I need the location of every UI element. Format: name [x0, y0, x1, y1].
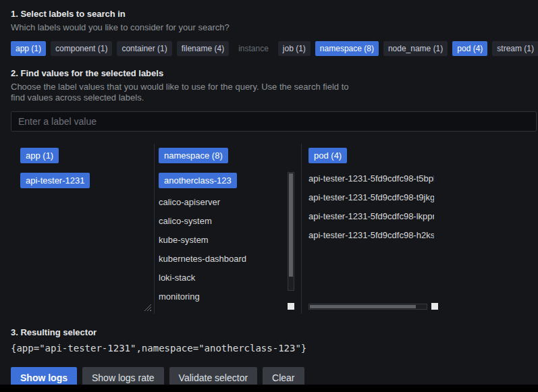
value-list-pod: api-tester-1231-5fd9cdfc98-t5bpl api-tes…: [308, 173, 439, 242]
label-chip-row: app (1) component (1) container (1) file…: [11, 41, 533, 56]
value-item[interactable]: api-tester-1231-5fd9cdfc98-t9jkg: [308, 192, 434, 204]
resize-grip-icon[interactable]: [144, 304, 151, 311]
step3-title: 3. Resulting selector: [11, 327, 538, 337]
label-chip-instance[interactable]: instance: [234, 41, 273, 56]
value-item[interactable]: api-tester-1231-5fd9cdfc98-lkppr: [308, 211, 434, 223]
step2-title: 2. Find values for the selected labels: [11, 68, 538, 78]
label-chip-namespace[interactable]: namespace (8): [315, 41, 379, 56]
value-item[interactable]: anotherclass-123: [159, 173, 301, 188]
step1-title: 1. Select labels to search in: [11, 9, 538, 19]
value-item[interactable]: kubernetes-dashboard: [159, 253, 301, 265]
label-chip-pod[interactable]: pod (4): [452, 41, 487, 56]
column-header-namespace[interactable]: namespace (8): [159, 148, 228, 163]
resize-handle[interactable]: [431, 303, 438, 310]
label-chip-node-name[interactable]: node_name (1): [383, 41, 448, 56]
value-columns: app (1) api-tester-1231 namespace (8) an…: [11, 144, 538, 314]
value-item[interactable]: calico-apiserver: [159, 196, 301, 208]
value-item[interactable]: loki-stack: [159, 272, 301, 284]
value-item[interactable]: monitoring: [159, 291, 301, 303]
step2-subtitle: Choose the label values that you would l…: [11, 82, 352, 103]
resize-handle[interactable]: [288, 303, 294, 310]
label-chip-component[interactable]: component (1): [51, 41, 112, 56]
value-item[interactable]: api-tester-1231-5fd9cdfc98-t5bpl: [308, 173, 434, 185]
column-header-app[interactable]: app (1): [20, 148, 59, 163]
value-item[interactable]: api-tester-1231: [20, 173, 154, 188]
scrollbar-thumb[interactable]: [289, 173, 293, 277]
value-item-label: api-tester-1231: [20, 173, 90, 188]
label-chip-stream[interactable]: stream (1): [492, 41, 538, 56]
values-column-app: app (1) api-tester-1231: [11, 144, 154, 314]
scrollbar-thumb[interactable]: [310, 305, 416, 308]
value-list-namespace: anotherclass-123 calico-apiserver calico…: [159, 173, 301, 303]
label-browser: 1. Select labels to search in Which labe…: [0, 0, 538, 388]
resulting-selector: {app="api-tester-1231",namespace="anothe…: [11, 343, 538, 354]
vertical-scrollbar[interactable]: [288, 172, 294, 291]
value-item-label: anotherclass-123: [159, 173, 237, 188]
column-header-pod[interactable]: pod (4): [308, 148, 347, 163]
label-chip-filename[interactable]: filename (4): [177, 41, 229, 56]
value-item[interactable]: api-tester-1231-5fd9cdfc98-h2ks: [308, 229, 434, 242]
value-list-app: api-tester-1231: [20, 173, 154, 188]
value-item[interactable]: kube-system: [159, 234, 301, 246]
value-item[interactable]: calico-system: [159, 215, 301, 227]
values-column-namespace: namespace (8) anotherclass-123 calico-ap…: [155, 144, 301, 314]
label-chip-job[interactable]: job (1): [278, 41, 311, 56]
horizontal-scrollbar[interactable]: [308, 304, 427, 310]
label-chip-container[interactable]: container (1): [117, 41, 171, 56]
values-column-pod: pod (4) api-tester-1231-5fd9cdfc98-t5bpl…: [302, 144, 439, 314]
label-chip-app[interactable]: app (1): [11, 41, 46, 56]
bottom-bar: [0, 385, 538, 392]
label-value-search-input[interactable]: [11, 111, 537, 132]
step1-subtitle: Which labels would you like to consider …: [11, 22, 538, 33]
